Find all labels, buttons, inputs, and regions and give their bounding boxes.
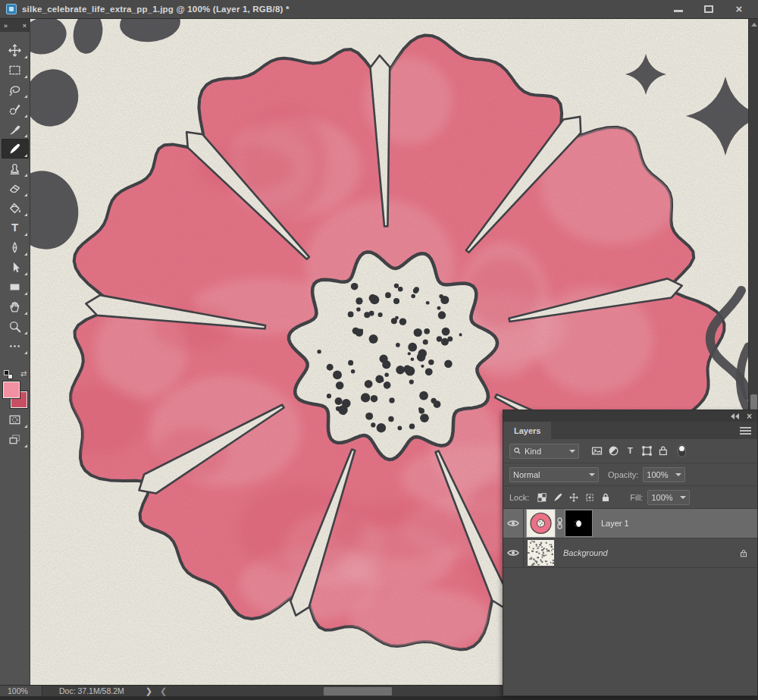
panel-menu-icon[interactable] [740, 425, 751, 436]
blend-mode-value: Normal [513, 470, 540, 479]
filter-pixel-layers-icon[interactable] [588, 444, 605, 459]
tool-pen-tool[interactable] [2, 237, 29, 257]
tool-clone-stamp-tool[interactable] [2, 159, 29, 178]
layer-thumbnail[interactable] [528, 510, 554, 536]
visibility-eye-icon[interactable] [503, 538, 524, 567]
status-bar: 100% Doc: 37.1M/58.2M ❯ ❮ [0, 685, 503, 696]
tool-path-select-tool[interactable] [2, 257, 29, 277]
lock-label: Lock: [509, 493, 529, 502]
svg-text:T: T [628, 446, 633, 455]
window-title: silke_celebrate_life_extra_pp_1.jpg @ 10… [22, 5, 290, 14]
filter-adjustment-layers-icon[interactable] [605, 444, 622, 459]
lock-icon [739, 548, 748, 558]
color-controls: ⇄ [2, 370, 29, 410]
zoom-level-value: 100% [8, 686, 28, 695]
document-icon [6, 4, 17, 14]
screen-mode-button[interactable] [2, 429, 29, 449]
status-flyout-icon[interactable]: ❯ [146, 686, 152, 696]
tool-quick-select-tool[interactable] [2, 99, 29, 119]
tool-more-tools[interactable] [2, 336, 29, 356]
tool-eraser-tool[interactable] [2, 178, 29, 198]
lock-transparency-icon[interactable] [534, 490, 550, 505]
lock-position-icon[interactable] [565, 490, 581, 505]
zoom-level-field[interactable]: 100% [0, 686, 42, 697]
tool-lasso-tool[interactable] [2, 80, 29, 99]
tool-type-tool[interactable]: T [2, 218, 29, 237]
title-bar: silke_celebrate_life_extra_pp_1.jpg @ 10… [0, 0, 758, 19]
tool-hand-tool[interactable] [2, 297, 29, 316]
svg-text:T: T [11, 221, 19, 234]
panel-expand-icon[interactable]: » [4, 22, 7, 30]
panel-close-icon[interactable]: × [747, 413, 752, 420]
layer-row-layer-1[interactable]: Layer 1 [503, 509, 757, 538]
layer-name: Background [563, 548, 608, 557]
layers-tab-label: Layers [514, 426, 540, 435]
scroll-up-icon[interactable] [751, 23, 757, 27]
blend-mode-dropdown[interactable]: Normal [509, 467, 599, 482]
doc-size-info: Doc: 37.1M/58.2M [59, 686, 124, 695]
fill-label: Fill: [630, 493, 643, 502]
tool-paint-bucket-tool[interactable] [2, 198, 29, 218]
horizontal-scroll-thumb[interactable] [324, 687, 392, 695]
filter-kind-value: Kind [525, 447, 541, 456]
tool-panel: » × T ⇄ [0, 19, 30, 686]
layer-thumbnail[interactable] [528, 540, 554, 566]
layer-name: Layer 1 [601, 519, 629, 528]
tool-zoom-tool[interactable] [2, 316, 29, 336]
visibility-eye-icon[interactable] [503, 509, 524, 538]
fill-value: 100% [651, 493, 672, 502]
filter-kind-dropdown[interactable]: Kind [509, 444, 579, 459]
minimize-button[interactable] [673, 5, 684, 14]
search-icon [513, 447, 522, 455]
foreground-color-swatch[interactable] [3, 381, 20, 398]
filter-smart-objects-icon[interactable] [655, 444, 672, 459]
swap-colors-icon[interactable]: ⇄ [20, 369, 27, 378]
fill-dropdown[interactable]: 100% [647, 490, 690, 505]
close-button[interactable]: × [734, 5, 744, 14]
layer-mask-thumbnail[interactable] [565, 510, 592, 536]
panel-close-icon[interactable]: × [23, 22, 26, 30]
filter-toggle-switch[interactable] [678, 444, 686, 457]
lock-pixels-icon[interactable] [550, 490, 565, 505]
tool-eyedropper-tool[interactable] [2, 119, 29, 139]
panel-collapse-icon[interactable] [731, 413, 739, 419]
default-colors-icon[interactable] [4, 370, 13, 379]
scroll-left-icon[interactable]: ❮ [160, 686, 167, 696]
filter-type-layers-icon[interactable]: T [622, 444, 638, 459]
tool-shape-tool[interactable] [2, 277, 29, 297]
lock-artboard-icon[interactable] [581, 490, 597, 505]
quick-mask-button[interactable] [2, 410, 29, 429]
filter-shape-layers-icon[interactable] [638, 444, 655, 459]
tool-marquee-tool[interactable] [2, 60, 29, 80]
tool-move-tool[interactable] [2, 40, 29, 60]
tab-layers[interactable]: Layers [503, 422, 551, 439]
window-bottom-edge [0, 696, 758, 700]
tool-brush-tool[interactable] [2, 139, 29, 159]
layers-panel: × Layers Kind T [503, 410, 758, 696]
opacity-dropdown[interactable]: 100% [643, 467, 685, 482]
maximize-button[interactable] [703, 5, 714, 14]
photoshop-window: silke_celebrate_life_extra_pp_1.jpg @ 10… [0, 0, 758, 700]
layer-row-background[interactable]: Background [503, 538, 757, 568]
opacity-label: Opacity: [608, 470, 638, 479]
opacity-value: 100% [647, 470, 668, 479]
mask-link-icon[interactable] [556, 517, 563, 529]
lock-all-icon[interactable] [597, 490, 613, 505]
